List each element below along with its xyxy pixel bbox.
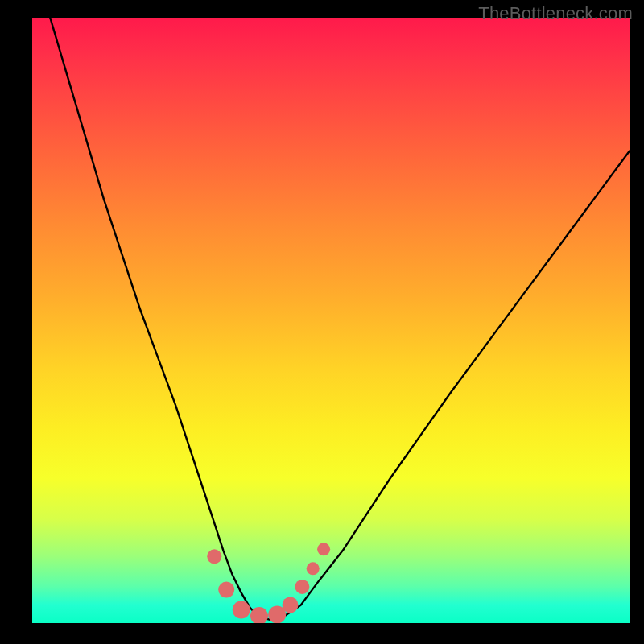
marker-dot [218, 582, 234, 598]
marker-dot [295, 580, 309, 594]
bottleneck-curve [32, 18, 630, 623]
marker-dot [307, 562, 320, 575]
marker-dot [233, 601, 250, 619]
marker-dot [250, 607, 268, 623]
curve-path [50, 18, 630, 620]
marker-dot [317, 543, 330, 555]
watermark-text: TheBottleneck.com [478, 3, 633, 24]
marker-dot [283, 597, 299, 613]
chart-frame: TheBottleneck.com [0, 0, 644, 644]
marker-dot [207, 549, 221, 564]
plot-area [32, 18, 630, 623]
